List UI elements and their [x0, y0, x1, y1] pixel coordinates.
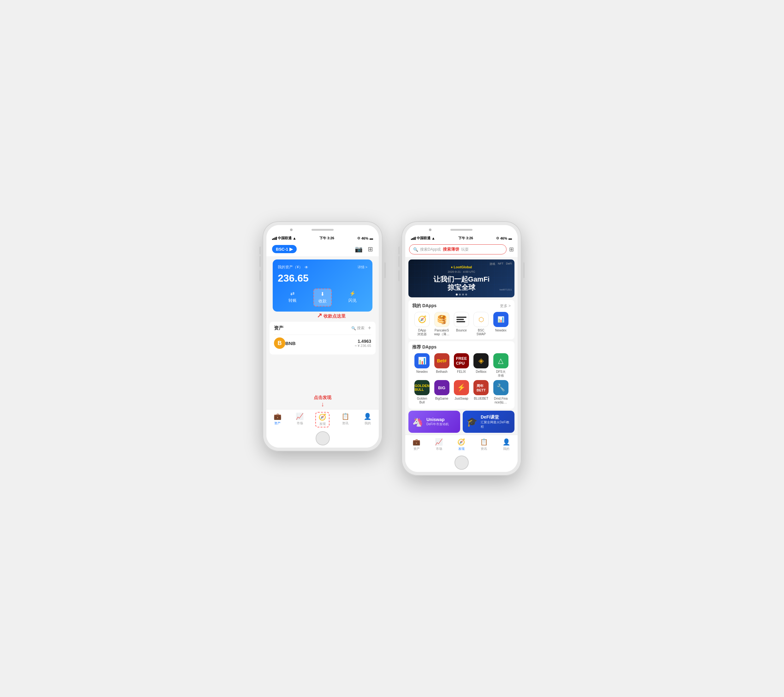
rec-biggame-label: BigGame: [435, 397, 448, 400]
bnb-asset-row: B BNB 1.4963 ≈ ¥ 236.65: [274, 334, 371, 351]
home-button-area-right: [405, 453, 518, 472]
transfer-icon: ⇄: [290, 290, 295, 297]
asset-card-wrapper: 我的资产（¥） 👁 详情 > 236.65 ⇄ 转账: [270, 259, 376, 311]
rec-row-1: 📊 Newdex Bet# Bethash FREECPU FELIX: [412, 353, 511, 377]
rec-newdex[interactable]: 📊 Newdex: [412, 353, 432, 377]
wallet-header: BSC-1 ▶ 📷 ⊞: [266, 242, 379, 256]
camera-icon[interactable]: 📷: [355, 245, 362, 253]
nav-profile-left[interactable]: 👤 我的: [361, 412, 374, 427]
front-camera-right: [429, 229, 432, 231]
assets-tools: 🔍 搜索 +: [351, 325, 371, 331]
home-button-left[interactable]: [316, 431, 330, 445]
annotation-receive: ↗ 收款点这里: [317, 311, 379, 319]
rec-goldenbull[interactable]: GOLDENBULL GoldenBull: [412, 380, 432, 404]
transfer-action[interactable]: ⇄ 转账: [284, 288, 301, 306]
promo-defi[interactable]: 🎓 DeFi课堂 汇聚全网最火DeFi教程: [463, 411, 514, 433]
rec-felix[interactable]: FREECPU FELIX: [452, 353, 471, 377]
cat-defi: DeFi: [506, 262, 512, 266]
left-phone-inner: 中国联通 ▲ 下午 3:26 ⊙ 46% ▬ BSC-1: [266, 225, 379, 448]
rec-felix-icon: FREECPU: [454, 353, 469, 368]
power-btn: [384, 262, 386, 278]
promo-uniswap[interactable]: 🦄 Uniswap DeFi牛市发动机: [408, 411, 460, 433]
home-button-right[interactable]: [455, 455, 469, 470]
rec-dmdfinance[interactable]: 🔧 Dmd.Finance(钻…: [491, 380, 511, 404]
dapp-newdex[interactable]: 📊 Newdex: [491, 312, 511, 336]
dapp-bounce[interactable]: Bounce: [452, 312, 471, 336]
banner-dots: [456, 293, 467, 295]
nav-profile-label-right: 我的: [503, 447, 509, 451]
nav-market-label-left: 市场: [296, 421, 303, 425]
nav-news-left[interactable]: 📋 资讯: [339, 412, 352, 427]
rec-dfs-icon: △: [493, 353, 509, 368]
asset-amount: 236.65: [278, 272, 367, 284]
asset-label: 我的资产（¥） 👁: [278, 265, 308, 270]
rec-dfs[interactable]: △ DFS大丰收: [491, 353, 511, 377]
network-badge[interactable]: BSC-1 ▶: [272, 245, 296, 253]
nav-discover-icon-left: 🧭: [318, 413, 326, 421]
qr-scan-icon[interactable]: ⊞: [509, 246, 514, 253]
nav-discover-right[interactable]: 🧭 发现: [455, 438, 468, 452]
uniswap-icon: 🦄: [412, 417, 423, 427]
dapp-browser[interactable]: 🧭 DApp浏览器: [412, 312, 432, 336]
nav-news-label-left: 资讯: [342, 421, 348, 425]
rec-defibox-icon: ◈: [473, 353, 489, 368]
defi-text: DeFi课堂 汇聚全网最火DeFi教程: [481, 414, 511, 429]
rec-justswap-icon: ⚡: [454, 380, 469, 395]
rec-justswap[interactable]: ⚡ JustSwap: [452, 380, 471, 404]
banner-tag: twd671311: [500, 288, 512, 291]
left-phone-frame: 中国联通 ▲ 下午 3:26 ⊙ 46% ▬ BSC-1: [263, 221, 382, 451]
vol-up-btn: [259, 256, 261, 267]
nav-discover-label-left: 发现: [320, 422, 326, 426]
bnb-logo: B: [274, 338, 285, 349]
receive-icon: ⬇: [320, 291, 324, 297]
status-right-left: ⊙ 46% ▬: [357, 236, 373, 240]
banner-categories: 游戏 NFT DeFi: [489, 262, 512, 266]
nav-discover-left[interactable]: 🧭 发现: [315, 412, 329, 427]
status-left-right: 中国联通 ▲: [411, 236, 435, 241]
search-suffix: 玩耍: [461, 247, 469, 252]
nav-discover-icon-right: 🧭: [457, 438, 465, 446]
nav-profile-label-left: 我的: [364, 421, 371, 425]
rec-defibox[interactable]: ◈ Defibox: [471, 353, 491, 377]
nav-profile-right[interactable]: 👤 我的: [500, 438, 513, 452]
my-dapps-more[interactable]: 更多 >: [500, 303, 511, 309]
nav-assets-left[interactable]: 💼 资产: [271, 412, 284, 427]
search-btn[interactable]: 🔍 搜索: [351, 325, 364, 331]
add-token-btn[interactable]: +: [368, 325, 371, 331]
detail-link[interactable]: 详情 >: [357, 265, 367, 270]
assets-header: 资产 🔍 搜索 +: [274, 325, 371, 331]
nav-market-left[interactable]: 📈 市场: [293, 412, 306, 427]
nav-profile-icon-left: 👤: [364, 413, 372, 420]
nav-news-label-right: 资讯: [481, 447, 487, 451]
bounce-icon: [454, 312, 469, 327]
rec-bethash[interactable]: Bet# Bethash: [432, 353, 451, 377]
banner-dot-1: [456, 293, 458, 295]
nav-market-right[interactable]: 📈 市场: [432, 438, 445, 452]
search-input[interactable]: 🔍 搜索DApp或 搜索薄饼 玩耍: [409, 244, 507, 254]
rec-defibox-label: Defibox: [476, 370, 486, 374]
search-highlight: 搜索薄饼: [443, 247, 459, 252]
scan-icon[interactable]: ⊞: [368, 245, 373, 253]
status-right-right: ⊙ 46% ▬: [496, 236, 512, 240]
carrier-left: 中国联通: [278, 236, 292, 241]
nav-assets-right[interactable]: 💼 资产: [410, 438, 423, 452]
nav-market-label-right: 市场: [436, 447, 442, 451]
time-right: 下午 3:26: [458, 236, 473, 241]
exchange-action[interactable]: ⚡ 闪兑: [344, 288, 361, 306]
receive-action[interactable]: ⬇ 收款: [313, 288, 332, 306]
dapp-pancake[interactable]: 🥞 PancakeSwap（薄…: [432, 312, 451, 336]
my-dapps-section: 我的 DApps 更多 > 🧭 DApp浏览器 🥞: [408, 300, 514, 339]
dapp-bscswap[interactable]: ⬡ BSCSWAP: [471, 312, 491, 336]
location-icon-right: ⊙: [496, 236, 499, 240]
assets-title: 资产: [274, 325, 283, 331]
home-button-area-left: [266, 429, 379, 448]
rec-goldenbull-label: GoldenBull: [417, 397, 427, 404]
rec-biggame[interactable]: BiG BigGame: [432, 380, 451, 404]
nav-news-right[interactable]: 📋 资讯: [478, 438, 491, 452]
rec-bluebet[interactable]: 周年BETT BLUEBET: [471, 380, 491, 404]
silent-switch-right: [398, 247, 400, 254]
pancake-label: PancakeSwap（薄…: [434, 329, 449, 336]
asset-actions: ⇄ 转账 ⬇ 收款 ⚡: [278, 288, 367, 306]
bscswap-label: BSCSWAP: [477, 329, 486, 336]
annotation-discover-text: 点击发现: [266, 395, 379, 400]
